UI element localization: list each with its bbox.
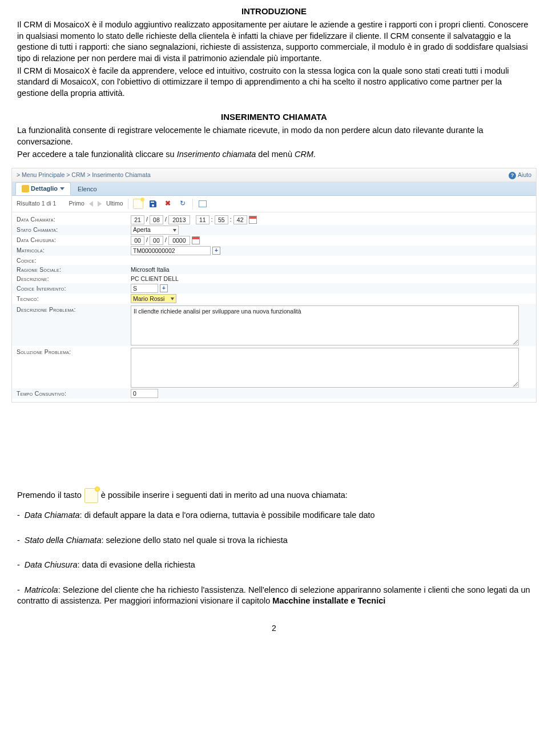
intro-para-2: Il CRM di MosaicoX è facile da apprender… <box>17 66 531 99</box>
save-icon[interactable] <box>148 199 158 209</box>
heading-inserimento: INSERIMENTO CHIAMATA <box>17 111 531 123</box>
input-min[interactable]: 55 <box>215 215 228 224</box>
chevron-down-icon <box>60 187 65 190</box>
result-counter: Risultato 1 di 1 <box>17 199 56 207</box>
nav-first[interactable]: Primo <box>68 199 84 207</box>
new-record-icon[interactable] <box>133 199 143 209</box>
resize-handle[interactable] <box>513 382 518 387</box>
select-tecnico[interactable]: Mario Rossi <box>131 294 176 303</box>
label-descrizione: Descrizione: <box>17 275 131 283</box>
refresh-icon[interactable]: ↻ <box>178 199 188 209</box>
window-icon[interactable] <box>198 199 208 209</box>
arrow-prev-icon[interactable] <box>89 201 93 207</box>
input-month[interactable]: 08 <box>150 215 163 224</box>
intro-para-1: Il CRM di MosaicoX è il modulo aggiuntiv… <box>17 19 531 64</box>
label-tempo: Tempo Consuntivo: <box>17 389 131 397</box>
sec2-para-1: La funzionalità consente di registrare v… <box>17 125 531 147</box>
value-descrizione: PC CLIENT DELL <box>131 275 179 283</box>
bullet-stato: - Stato della Chiamata: selezione dello … <box>17 535 531 546</box>
detail-icon <box>22 185 29 192</box>
new-record-icon <box>84 488 98 503</box>
breadcrumb[interactable]: > Menu Principale > CRM > Inserimento Ch… <box>17 171 151 179</box>
label-matricola: Matricola: <box>17 246 131 254</box>
page-number: 2 <box>17 623 531 634</box>
label-stato: Stato Chiamata: <box>17 226 131 234</box>
heading-introduzione: INTRODUZIONE <box>17 6 531 17</box>
input-tempo[interactable]: 0 <box>131 389 158 398</box>
breadcrumb-bar: > Menu Principale > CRM > Inserimento Ch… <box>12 168 536 182</box>
resize-handle[interactable] <box>513 340 518 344</box>
input-close-year[interactable]: 0000 <box>168 236 190 245</box>
input-close-month[interactable]: 00 <box>150 236 163 245</box>
label-data-chiamata: Data Chiamata: <box>17 215 131 223</box>
calendar-icon[interactable] <box>192 236 200 244</box>
bullet-data-chiusura: - Data Chiusura: data di evasione della … <box>17 560 531 571</box>
textarea-soluzione[interactable] <box>131 348 519 388</box>
press-text-b: è possibile inserire i seguenti dati in … <box>101 490 348 501</box>
label-codice: Codice: <box>17 256 131 264</box>
form-panel: Data Chiamata: 21/ 08/ 2013 11: 55: 42 S… <box>12 212 536 403</box>
input-matricola[interactable]: TM0000000002 <box>131 246 211 255</box>
input-hour[interactable]: 11 <box>196 215 209 224</box>
input-close-day[interactable]: 00 <box>131 236 144 245</box>
help-icon: ? <box>509 172 516 179</box>
sec2-para-2: Per accedere a tale funzionalità cliccar… <box>17 149 531 160</box>
bullet-data-chiamata: - Data Chiamata: di default appare la da… <box>17 510 531 521</box>
input-sec[interactable]: 42 <box>233 215 247 224</box>
tabs-bar: Dettaglio Elenco <box>12 182 536 196</box>
input-day[interactable]: 21 <box>131 215 144 224</box>
label-soluzione: Soluzione Problema: <box>17 348 131 356</box>
press-text-a: Premendo il tasto <box>17 490 82 501</box>
label-cod-intervento: Codice Intervento: <box>17 284 131 292</box>
label-descr-problema: Descrizione Problema: <box>17 305 131 313</box>
select-stato[interactable]: Aperta <box>131 226 179 235</box>
value-ragione: Microsoft Italia <box>131 266 170 274</box>
lookup-intervento-icon[interactable]: + <box>160 284 168 292</box>
input-year[interactable]: 2013 <box>168 215 190 224</box>
label-tecnico: Tecnico: <box>17 295 131 303</box>
nav-last[interactable]: Ultimo <box>106 199 123 207</box>
toolbar: Risultato 1 di 1 Primo Ultimo ✖ ↻ <box>12 196 536 212</box>
calendar-icon[interactable] <box>249 216 257 224</box>
help-link[interactable]: ?Aiuto <box>509 171 531 179</box>
bullet-matricola: - Matricola: Selezione del cliente che h… <box>17 585 531 607</box>
delete-icon[interactable]: ✖ <box>163 199 173 209</box>
tab-dettaglio[interactable]: Dettaglio <box>15 182 71 195</box>
tab-elenco[interactable]: Elenco <box>72 183 103 195</box>
label-ragione: Ragione Sociale: <box>17 266 131 274</box>
arrow-next-icon[interactable] <box>98 201 102 207</box>
textarea-problema[interactable]: Il cliendte richiede analisi per svilupp… <box>131 305 519 345</box>
label-data-chiusura: Data Chiusura: <box>17 236 131 244</box>
lookup-matricola-icon[interactable]: + <box>212 247 220 255</box>
input-cod-intervento[interactable]: S <box>131 284 158 293</box>
app-screenshot: > Menu Principale > CRM > Inserimento Ch… <box>11 168 537 403</box>
